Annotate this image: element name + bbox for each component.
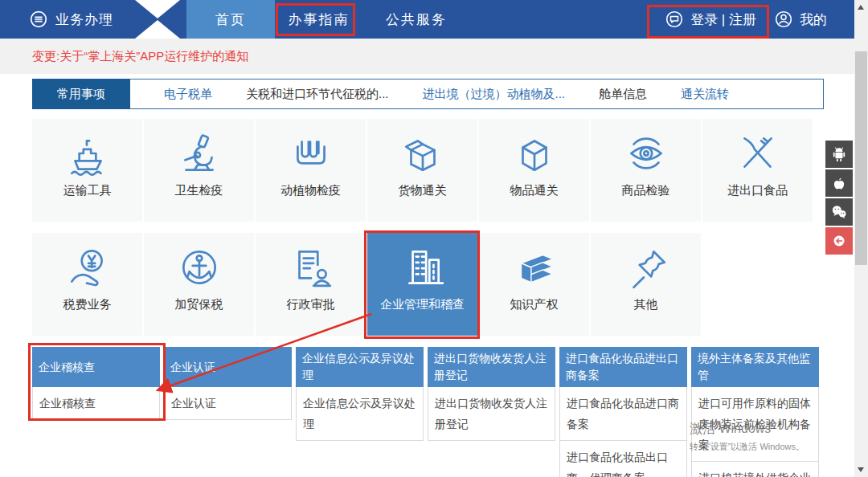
business-menu-button[interactable]: 业务办理 [0,0,135,39]
panel-item[interactable]: 企业信息公示及异议处理 [296,387,424,441]
chat-bubble-icon [665,10,684,29]
tab-service-guide[interactable]: 办事指南 [280,0,358,39]
category-tab-tariff[interactable]: 关税和进口环节代征税的... [246,87,389,102]
login-register-label: 登录 | 注册 [690,10,756,29]
bowtie-decoration [135,0,180,39]
card-label: 货物通关 [399,183,447,198]
category-tab-strip: 常用事项 电子税单 关税和进口环节代征税的... 进出境（过境）动植物及... … [32,79,824,109]
my-account-label: 我的 [800,10,827,29]
panel-item[interactable]: 企业稽核查 [32,387,160,420]
panel-food-cosmetics-filing: 进口食品化妆品进出口商备案 进口食品化妆品进口商备案 进口食品化妆品出口商、代理… [559,347,687,477]
wechat-icon [829,202,850,222]
android-icon [829,144,850,165]
panel-header[interactable]: 进出口货物收发货人注册登记 [428,347,555,387]
tab-public-service[interactable]: 公共服务 [369,0,464,39]
category-tab-animal-plant[interactable]: 进出境（过境）动植物及... [423,87,566,102]
panel-item[interactable]: 进口食品化妆品进口商备案 [559,387,687,441]
pushpin-icon [623,244,669,291]
card-label: 商品检验 [622,183,670,198]
apple-icon [829,173,850,194]
cube-icon [511,130,558,177]
category-tab-etax[interactable]: 电子税单 [164,87,212,102]
category-tab-clearance-flow[interactable]: 通关流转 [681,87,729,102]
panel-header[interactable]: 企业信息公示及异议处理 [296,347,424,387]
service-grid-row-1: 运输工具 卫生检疫 动植物检疫 [32,119,813,222]
scrollbar-thumb[interactable] [855,51,867,265]
buildings-icon [399,244,446,291]
test-tubes-icon [288,130,334,177]
card-import-export-food[interactable]: 进出口食品 [702,119,813,222]
tab-home[interactable]: 首页 [186,0,275,39]
apple-app-button[interactable] [825,169,853,197]
panel-consignee-registration: 进出口货物收发货人注册登记 进出口货物收发货人注册登记 [428,347,555,477]
notice-link[interactable]: 变更:关于“掌上海关”APP运行维护的通知 [32,49,248,64]
card-label: 知识产权 [510,297,559,312]
back-button[interactable] [825,227,853,255]
books-icon [511,244,558,291]
panel-header[interactable]: 进口食品化妆品进出口商备案 [559,347,687,387]
panel-header[interactable]: 境外主体备案及其他监管 [691,347,819,387]
card-label: 运输工具 [63,183,112,198]
hand-coin-icon [64,244,111,291]
open-box-icon [399,130,446,177]
card-label: 加贸保税 [175,297,223,312]
business-menu-label: 业务办理 [55,10,113,29]
panel-enterprise-audit: 企业稽核查 企业稽核查 [32,347,160,477]
wechat-app-button[interactable] [825,198,853,226]
card-animal-plant-quarantine[interactable]: 动植物检疫 [256,119,366,222]
panel-info-publicity: 企业信息公示及异议处理 企业信息公示及异议处理 [296,347,424,477]
vertical-scrollbar[interactable] [854,0,868,477]
document-stamp-icon [288,244,334,291]
android-app-button[interactable] [825,141,853,168]
panel-header[interactable]: 企业稽核查 [32,347,160,387]
header-spacer [464,0,665,39]
panel-item[interactable]: 进口食品化妆品出口商、代理商备案 [559,441,687,477]
back-arrow-icon [829,230,850,251]
service-panels: 企业稽核查 企业稽核查 企业认证 企业认证 企业信息公示及异议处理 企业信息公示… [32,347,819,477]
card-intellectual-property[interactable]: 知识产权 [479,233,589,336]
card-cargo-clearance[interactable]: 货物通关 [367,119,477,222]
user-icon [774,10,793,29]
card-enterprise-management-audit[interactable]: 企业管理和稽查 [367,233,477,336]
notice-bar: 变更:关于“掌上海关”APP运行维护的通知 [0,39,854,74]
panel-item[interactable]: 进出口货物收发货人注册登记 [428,387,555,441]
top-nav-bar: 业务办理 首页 办事指南 公共服务 登录 | 注册 我的 [0,0,854,39]
panel-enterprise-certification: 企业认证 企业认证 [164,347,292,477]
card-health-quarantine[interactable]: 卫生检疫 [144,119,254,222]
utensils-icon [735,130,781,177]
service-grid-row-2: 税费业务 加贸保税 行政审批 [32,233,701,336]
panel-overseas-entity-filing: 境外主体备案及其他监管 进口可用作原料的固体废物装运前检验机构备案 进口棉花境外… [691,347,819,477]
scrollbar-up-arrow-icon[interactable] [858,5,864,10]
card-label: 企业管理和稽查 [380,297,465,312]
card-label: 其他 [634,297,658,312]
card-label: 动植物检疫 [280,183,341,198]
card-label: 物品通关 [510,183,559,198]
scrollbar-down-arrow-icon[interactable] [858,467,864,472]
category-tab-common[interactable]: 常用事项 [32,79,130,109]
microscope-icon [176,130,223,177]
anchor-icon [176,244,223,291]
card-tax-business[interactable]: 税费业务 [32,233,142,336]
card-processing-bonded[interactable]: 加贸保税 [144,233,254,336]
hamburger-menu-icon [29,10,48,29]
category-tab-manifest[interactable]: 舱单信息 [599,87,647,102]
panel-item[interactable]: 企业认证 [164,387,292,420]
my-account-button[interactable]: 我的 [774,0,827,39]
panel-item[interactable]: 进口棉花境外供货企业 [691,462,819,477]
panel-item[interactable]: 进口可用作原料的固体废物装运前检验机构备案 [691,387,819,462]
side-app-strip [825,141,853,255]
card-commodity-inspection[interactable]: 商品检验 [591,119,701,222]
card-label: 税费业务 [63,297,112,312]
card-label: 进出口食品 [727,183,788,198]
ship-icon [64,130,111,177]
card-administrative-approval[interactable]: 行政审批 [256,233,366,336]
card-goods-clearance[interactable]: 物品通关 [479,119,589,222]
login-register-button[interactable]: 登录 | 注册 [665,0,756,39]
card-label: 卫生检疫 [175,183,223,198]
card-label: 行政审批 [287,297,335,312]
eye-icon [623,130,669,177]
card-transport-tools[interactable]: 运输工具 [32,119,142,222]
panel-header[interactable]: 企业认证 [164,347,292,387]
customs-portal-page: 业务办理 首页 办事指南 公共服务 登录 | 注册 我的 变更:关于“ [0,0,868,477]
card-other[interactable]: 其他 [591,233,701,336]
